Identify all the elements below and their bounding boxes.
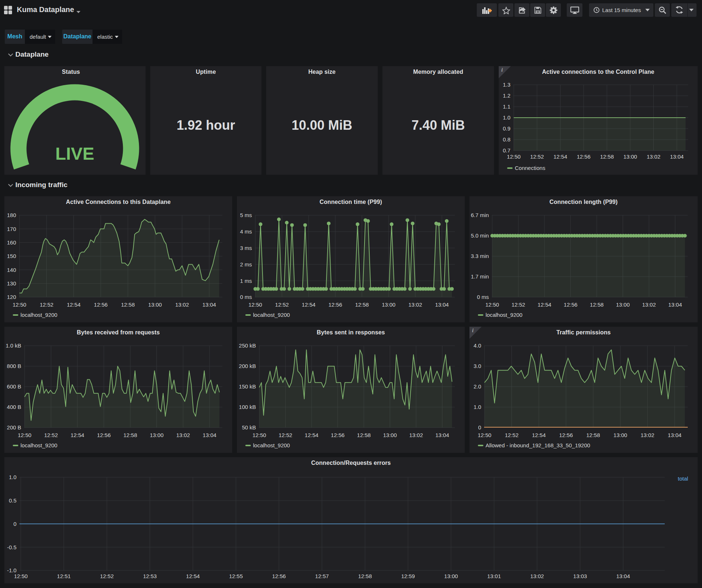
svg-text:13:02: 13:02 — [409, 432, 423, 438]
svg-text:13:04: 13:04 — [616, 573, 630, 579]
svg-text:localhost_9200: localhost_9200 — [253, 442, 290, 448]
svg-text:6.7 min: 6.7 min — [471, 212, 489, 218]
svg-text:13:04: 13:04 — [203, 432, 216, 438]
svg-text:0.7: 0.7 — [503, 147, 510, 153]
svg-text:12:58: 12:58 — [586, 432, 600, 438]
svg-text:1.1: 1.1 — [503, 103, 510, 110]
svg-text:12:52: 12:52 — [512, 301, 525, 308]
svg-text:-1.0: -1.0 — [7, 567, 16, 573]
svg-text:12:52: 12:52 — [44, 432, 58, 438]
svg-text:12:58: 12:58 — [121, 301, 135, 308]
svg-text:140: 140 — [7, 267, 16, 273]
svg-text:12:54: 12:54 — [67, 301, 81, 308]
svg-text:800 B: 800 B — [7, 363, 21, 369]
svg-text:localhost_9200: localhost_9200 — [20, 442, 57, 448]
svg-text:12:58: 12:58 — [357, 432, 371, 438]
svg-text:400 B: 400 B — [7, 404, 21, 410]
svg-text:12:54: 12:54 — [554, 153, 567, 160]
svg-text:13:04: 13:04 — [668, 432, 682, 438]
svg-text:12:58: 12:58 — [355, 301, 369, 308]
svg-text:1.7 min: 1.7 min — [471, 273, 489, 280]
svg-text:13:02: 13:02 — [641, 432, 654, 438]
svg-text:12:50: 12:50 — [12, 301, 26, 308]
svg-text:0.5: 0.5 — [9, 497, 16, 504]
svg-text:12:52: 12:52 — [275, 301, 289, 308]
svg-text:12:58: 12:58 — [590, 301, 604, 308]
svg-text:13:00: 13:00 — [150, 432, 164, 438]
svg-text:12:54: 12:54 — [302, 301, 316, 308]
svg-text:12:52: 12:52 — [100, 573, 114, 579]
svg-text:13:04: 13:04 — [435, 301, 449, 308]
svg-text:12:56: 12:56 — [577, 153, 591, 160]
svg-text:12:54: 12:54 — [186, 573, 200, 579]
svg-text:13:00: 13:00 — [148, 301, 162, 308]
svg-text:12:54: 12:54 — [71, 432, 84, 438]
svg-text:0 ms: 0 ms — [477, 294, 489, 300]
svg-text:Allowed - inbound_192_168_33_5: Allowed - inbound_192_168_33_50_19200 — [486, 442, 590, 448]
svg-text:12:56: 12:56 — [331, 432, 345, 438]
svg-text:1.3: 1.3 — [503, 81, 510, 88]
svg-text:12:52: 12:52 — [40, 301, 54, 308]
svg-text:12:57: 12:57 — [315, 573, 329, 579]
svg-text:12:56: 12:56 — [564, 301, 578, 308]
svg-text:12:50: 12:50 — [507, 153, 521, 160]
svg-text:100 kB: 100 kB — [239, 404, 256, 410]
svg-text:0: 0 — [478, 424, 481, 430]
svg-text:13:04: 13:04 — [668, 301, 682, 308]
svg-text:LIVE: LIVE — [55, 144, 94, 163]
svg-text:13:04: 13:04 — [670, 153, 684, 160]
svg-text:localhost_9200: localhost_9200 — [20, 312, 57, 318]
svg-text:3 ms: 3 ms — [240, 245, 252, 251]
svg-text:50 kB: 50 kB — [242, 424, 256, 430]
svg-text:12:55: 12:55 — [229, 573, 243, 579]
svg-text:12:56: 12:56 — [97, 432, 111, 438]
svg-text:150 kB: 150 kB — [239, 383, 256, 390]
svg-text:3.0: 3.0 — [473, 363, 481, 369]
svg-text:150: 150 — [7, 253, 16, 259]
svg-text:0: 0 — [14, 521, 16, 527]
svg-text:13:02: 13:02 — [175, 301, 189, 308]
svg-text:12:53: 12:53 — [143, 573, 157, 579]
svg-text:0 ms: 0 ms — [240, 294, 252, 300]
svg-text:1.0 kB: 1.0 kB — [5, 342, 21, 349]
svg-text:1.2: 1.2 — [503, 92, 510, 99]
svg-text:12:52: 12:52 — [279, 432, 292, 438]
svg-text:2.0: 2.0 — [473, 383, 481, 390]
svg-text:2 ms: 2 ms — [240, 261, 252, 268]
svg-text:13:02: 13:02 — [530, 573, 544, 579]
svg-text:170: 170 — [7, 226, 16, 232]
svg-text:12:56: 12:56 — [94, 301, 108, 308]
svg-text:3.3 min: 3.3 min — [471, 253, 489, 259]
svg-text:12:56: 12:56 — [272, 573, 286, 579]
svg-text:12:54: 12:54 — [532, 432, 546, 438]
svg-text:5 ms: 5 ms — [240, 212, 252, 218]
svg-text:13:04: 13:04 — [202, 301, 216, 308]
svg-text:0.8: 0.8 — [503, 136, 510, 143]
svg-text:12:56: 12:56 — [559, 432, 573, 438]
svg-text:5.0 min: 5.0 min — [471, 232, 489, 239]
svg-text:13:02: 13:02 — [647, 153, 661, 160]
svg-text:12:52: 12:52 — [530, 153, 544, 160]
svg-text:13:02: 13:02 — [642, 301, 656, 308]
svg-text:12:51: 12:51 — [57, 573, 71, 579]
svg-text:13:00: 13:00 — [383, 432, 397, 438]
svg-text:12:58: 12:58 — [124, 432, 137, 438]
svg-text:13:00: 13:00 — [382, 301, 396, 308]
svg-text:12:50: 12:50 — [18, 432, 31, 438]
svg-text:250 kB: 250 kB — [239, 342, 256, 349]
svg-text:13:02: 13:02 — [408, 301, 422, 308]
svg-text:13:00: 13:00 — [614, 432, 627, 438]
svg-text:4 ms: 4 ms — [240, 228, 252, 235]
svg-text:total: total — [678, 475, 688, 482]
svg-text:12:50: 12:50 — [248, 301, 262, 308]
svg-text:180: 180 — [7, 212, 16, 218]
svg-text:12:50: 12:50 — [14, 573, 28, 579]
svg-text:-0.5: -0.5 — [7, 544, 16, 550]
svg-text:12:59: 12:59 — [401, 573, 415, 579]
svg-text:120: 120 — [7, 294, 16, 300]
svg-text:130: 130 — [7, 280, 16, 287]
svg-text:13:00: 13:00 — [616, 301, 630, 308]
svg-text:12:50: 12:50 — [485, 301, 499, 308]
svg-text:12:56: 12:56 — [328, 301, 342, 308]
svg-text:1 ms: 1 ms — [240, 278, 252, 284]
